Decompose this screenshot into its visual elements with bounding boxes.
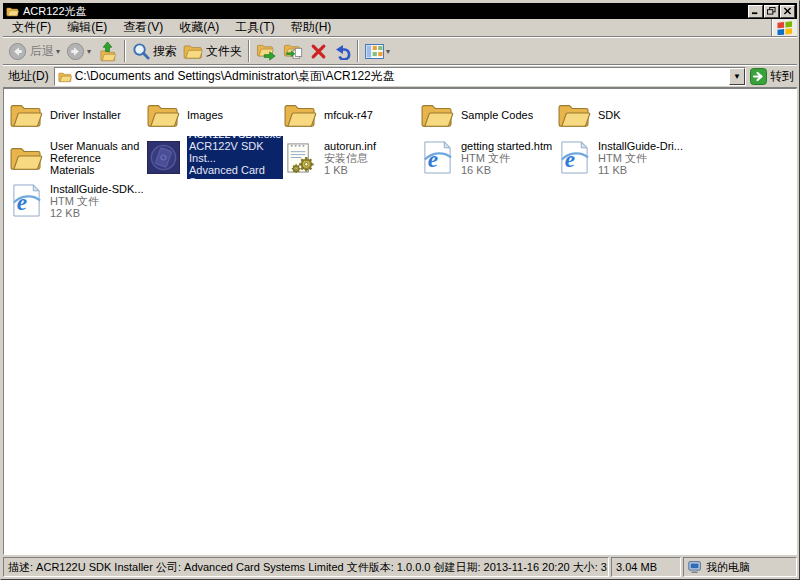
file-name: ACR122VSDK.exe (187, 136, 283, 140)
folder-icon (557, 98, 591, 132)
file-name: getting started.htm (461, 140, 557, 152)
menu-edit[interactable]: 编辑(E) (59, 17, 115, 39)
back-button[interactable]: 后退 ▾ (5, 40, 63, 63)
go-icon (750, 68, 767, 85)
file-list: Driver Installer Images mfcuk-r47 Sample… (3, 88, 797, 555)
back-label: 后退 (30, 43, 54, 60)
file-name: InstallGuide-SDK... (50, 183, 146, 195)
file-name: Sample Codes (461, 109, 557, 121)
search-button[interactable]: 搜索 (129, 40, 180, 62)
address-label: 地址(D) (8, 68, 49, 85)
menu-favorites[interactable]: 收藏(A) (171, 17, 227, 39)
forward-dropdown-icon[interactable]: ▾ (87, 47, 91, 56)
forward-button[interactable]: ▾ (63, 40, 94, 63)
back-icon (8, 42, 27, 61)
menu-view[interactable]: 查看(V) (115, 17, 171, 39)
file-tile-autorun-inf[interactable]: autorun.inf 安装信息 1 KB (283, 136, 420, 179)
status-bar: 描述: ACR122U SDK Installer 公司: Advanced C… (3, 557, 797, 577)
views-button[interactable]: ▾ (362, 42, 393, 61)
go-label: 转到 (770, 68, 794, 85)
file-company: Advanced Card Sy... (187, 164, 283, 180)
search-label: 搜索 (153, 43, 177, 60)
file-type: HTM 文件 (598, 152, 694, 164)
up-folder-icon (97, 41, 118, 62)
address-folder-icon (58, 71, 72, 83)
file-tile-getting-started-htm[interactable]: getting started.htm HTM 文件 16 KB (420, 136, 557, 179)
status-location: 我的电脑 (683, 557, 797, 577)
menu-bar: 文件(F) 编辑(E) 查看(V) 收藏(A) 工具(T) 帮助(H) (3, 19, 797, 37)
folder-icon (9, 141, 43, 175)
move-to-icon (256, 42, 277, 61)
windows-flag-icon (776, 20, 794, 35)
file-name: User Manuals and Reference Materials (50, 140, 146, 176)
folder-icon (9, 98, 43, 132)
status-location-label: 我的电脑 (706, 560, 750, 575)
back-dropdown-icon[interactable]: ▾ (56, 47, 60, 56)
folders-button[interactable]: 文件夹 (180, 41, 245, 62)
copy-to-button[interactable] (280, 40, 307, 63)
folder-tile-user-manuals[interactable]: User Manuals and Reference Materials (9, 136, 146, 179)
close-icon (783, 7, 792, 15)
views-dropdown-icon[interactable]: ▾ (386, 47, 390, 56)
address-bar: 地址(D) ▼ 转到 (3, 65, 797, 88)
toolbar: 后退 ▾ ▾ 搜索 文件夹 (3, 37, 797, 65)
address-dropdown-button[interactable]: ▼ (729, 68, 745, 85)
windows-logo (771, 19, 797, 36)
file-size: 16 KB (461, 164, 557, 176)
file-size: 11 KB (598, 164, 694, 176)
file-tile-acr122vsdk-exe-selected[interactable]: ACR122VSDK.exe ACR122V SDK Inst... Advan… (146, 136, 283, 179)
file-name: Driver Installer (50, 109, 146, 121)
up-button[interactable] (94, 39, 121, 64)
toolbar-separator (124, 40, 126, 62)
folders-icon (183, 43, 203, 60)
move-to-button[interactable] (253, 40, 280, 63)
views-icon (365, 44, 384, 59)
file-name: mfcuk-r47 (324, 109, 420, 121)
menu-file[interactable]: 文件(F) (4, 17, 59, 39)
explorer-window: ACR122光盘 文件(F) 编辑(E) 查看(V) 收藏(A) 工具(T) 帮… (0, 0, 800, 580)
menu-tools[interactable]: 工具(T) (227, 17, 282, 39)
folder-icon (146, 98, 180, 132)
copy-to-icon (283, 42, 304, 61)
folder-tile-sample-codes[interactable]: Sample Codes (420, 93, 557, 136)
htm-file-icon (420, 141, 454, 175)
file-type: HTM 文件 (50, 195, 146, 207)
file-tile-installguide-dri-htm[interactable]: InstallGuide-Dri... HTM 文件 11 KB (557, 136, 694, 179)
folder-tile-images[interactable]: Images (146, 93, 283, 136)
file-name: SDK (598, 109, 694, 121)
folders-label: 文件夹 (206, 43, 242, 60)
address-input[interactable] (75, 69, 729, 84)
file-description: ACR122V SDK Inst... (187, 140, 283, 164)
restore-icon (767, 7, 776, 15)
window-title: ACR122光盘 (23, 6, 747, 17)
folder-tile-sdk[interactable]: SDK (557, 93, 694, 136)
folder-icon (420, 98, 454, 132)
restore-button[interactable] (764, 5, 779, 18)
menu-help[interactable]: 帮助(H) (283, 17, 340, 39)
htm-file-icon (557, 141, 591, 175)
toolbar-separator (357, 40, 359, 62)
undo-icon (333, 43, 351, 60)
minimize-icon (751, 7, 760, 15)
folder-tile-mfcuk-r47[interactable]: mfcuk-r47 (283, 93, 420, 136)
file-name: InstallGuide-Dri... (598, 140, 694, 152)
exe-installer-icon (146, 141, 180, 175)
folder-tile-driver-installer[interactable]: Driver Installer (9, 93, 146, 136)
minimize-button[interactable] (748, 5, 763, 18)
folder-icon (283, 98, 317, 132)
htm-file-icon (9, 184, 43, 218)
status-description: 描述: ACR122U SDK Installer 公司: Advanced C… (3, 557, 609, 577)
file-name: Images (187, 109, 283, 121)
close-button[interactable] (780, 5, 795, 18)
forward-icon (66, 42, 85, 61)
delete-icon (310, 43, 327, 60)
toolbar-separator (248, 40, 250, 62)
file-size: 1 KB (324, 164, 420, 176)
go-button[interactable]: 转到 (750, 68, 794, 85)
file-type: 安装信息 (324, 152, 420, 164)
undo-button[interactable] (330, 41, 354, 62)
address-box: ▼ (54, 67, 746, 86)
file-tile-installguide-sdk-htm[interactable]: InstallGuide-SDK... HTM 文件 12 KB (9, 179, 146, 222)
search-icon (132, 42, 150, 60)
delete-button[interactable] (307, 41, 330, 62)
